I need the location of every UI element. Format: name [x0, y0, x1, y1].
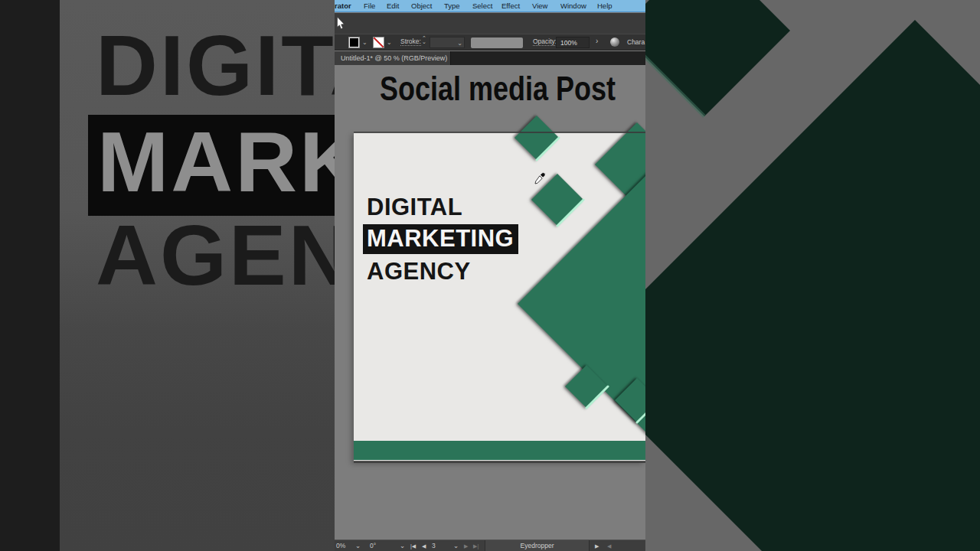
character-panel-label[interactable]: Chara	[627, 38, 645, 46]
stepper-down-icon[interactable]: ⌄	[420, 40, 428, 44]
first-artboard-icon[interactable]: |◀	[410, 543, 416, 549]
status-back-icon[interactable]: ◀	[607, 543, 611, 549]
menu-type[interactable]: Type	[444, 2, 460, 10]
eyedropper-cursor-icon	[534, 172, 546, 184]
backdrop-text-marketing: MARKETING	[88, 115, 335, 216]
zoom-level-value[interactable]: 0%	[336, 542, 345, 549]
artboard-bottom-edge	[354, 461, 645, 463]
toolbar-row	[335, 13, 645, 34]
stroke-width-stepper[interactable]: ⌃ ⌄	[420, 36, 428, 44]
selection-tool-arrow-icon[interactable]	[336, 17, 345, 30]
document-tab[interactable]: Untitled-1* @ 50 % (RGB/Preview)	[335, 51, 451, 65]
previous-artboard-icon[interactable]: ◀	[422, 543, 426, 549]
document-tab-bar: Untitled-1* @ 50 % (RGB/Preview)	[335, 51, 645, 65]
video-caption-title: Social media Post	[374, 69, 622, 109]
menu-file[interactable]: File	[364, 2, 375, 10]
bottom-green-bar	[354, 441, 645, 460]
menu-object[interactable]: Object	[411, 2, 432, 10]
canvas-area[interactable]: Social media Post DIGITAL MARKETING AGEN…	[335, 65, 645, 540]
stroke-label[interactable]: Stroke:	[400, 38, 421, 46]
menu-app-name[interactable]: rator	[335, 2, 351, 10]
backdrop-text-digital: DIGITAL	[96, 23, 335, 109]
menu-help[interactable]: Help	[597, 2, 612, 10]
menu-bar: rator File Edit Object Type Select Effec…	[335, 0, 645, 12]
rotation-value[interactable]: 0°	[370, 542, 376, 549]
fill-color-swatch[interactable]	[348, 37, 360, 48]
opacity-chevron-right-icon[interactable]: ›	[596, 37, 598, 45]
stroke-color-swatch[interactable]	[373, 37, 384, 48]
opacity-value-field[interactable]: 100%	[556, 37, 590, 48]
next-artboard-icon[interactable]: ▶	[464, 543, 468, 549]
left-dark-strip	[0, 0, 60, 551]
right-backdrop-panel	[645, 0, 980, 551]
menu-select[interactable]: Select	[472, 2, 492, 10]
current-tool-display[interactable]: Eyedropper	[485, 540, 590, 551]
status-bar: 0% ⌄ 0° ⌄ |◀ ◀ 3 ⌄ ▶ ▶| Eyedropper ▶ ◀	[335, 540, 645, 551]
dropdown-chevron-down-icon[interactable]: ⌄	[457, 40, 462, 47]
status-forward-icon[interactable]: ▶	[595, 543, 599, 549]
illustrator-window: rator File Edit Object Type Select Effec…	[335, 0, 645, 551]
menu-edit[interactable]: Edit	[387, 2, 399, 10]
menu-window[interactable]: Window	[560, 2, 586, 10]
backdrop-diamonds-graphic	[645, 0, 980, 551]
zoom-chevron-down-icon[interactable]: ⌄	[355, 542, 361, 549]
menu-view[interactable]: View	[532, 2, 547, 10]
backdrop-text-agency: AGENCY	[96, 213, 335, 298]
rotation-chevron-down-icon[interactable]: ⌄	[400, 542, 405, 549]
last-artboard-icon[interactable]: ▶|	[473, 543, 479, 549]
diamond-artwork-graphic[interactable]	[354, 107, 645, 465]
artboard-top-edge	[354, 132, 645, 133]
artboard-chevron-down-icon[interactable]: ⌄	[453, 542, 459, 549]
variable-width-profile-field[interactable]	[471, 37, 523, 48]
left-backdrop-panel: DIGITAL MARKETING AGENCY	[0, 0, 335, 551]
stroke-chevron-down-icon[interactable]: ⌄	[387, 39, 392, 46]
opacity-label[interactable]: Opacity:	[533, 38, 557, 46]
menu-effect[interactable]: Effect	[501, 2, 520, 10]
video-frame: DIGITAL MARKETING AGENCY rator File Edit…	[0, 0, 980, 551]
stroke-width-dropdown[interactable]: ⌄	[430, 37, 465, 48]
recolor-artwork-icon[interactable]	[610, 37, 619, 47]
fill-chevron-down-icon[interactable]: ⌄	[362, 39, 368, 46]
artboard-number-value[interactable]: 3	[432, 542, 436, 549]
control-bar: ⌄ ⌄ Stroke: ⌃ ⌄ ⌄ Opacity: 100% › Chara	[335, 34, 645, 51]
